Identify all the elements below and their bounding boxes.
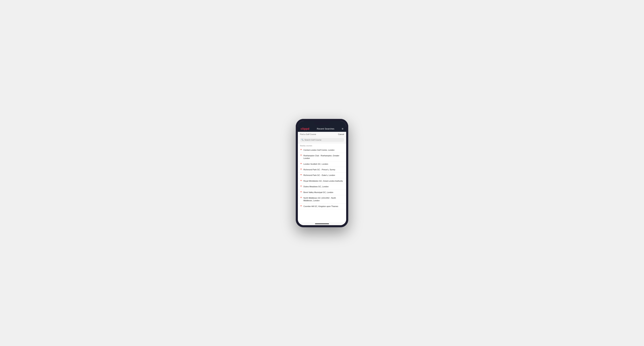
pin-icon: 📍 <box>300 197 302 199</box>
course-name: Coombe Hill GC, Kingston upon Thames <box>304 205 338 208</box>
pin-icon: 📍 <box>300 163 302 165</box>
pin-icon: 📍 <box>300 149 302 151</box>
pin-icon: 📍 <box>300 205 302 207</box>
app-header: clippd Recent Searches ≡ <box>298 126 346 132</box>
course-name: Royal Wimbledon GC, Great London Authori… <box>304 180 343 182</box>
pin-icon: 📍 <box>300 174 302 176</box>
list-item[interactable]: 📍 Royal Wimbledon GC, Great London Autho… <box>298 178 346 184</box>
status-bar <box>298 121 346 126</box>
find-bar: Find a Golf Course Cancel <box>298 132 346 137</box>
find-label: Find a Golf Course <box>300 133 316 135</box>
course-list: Nearby courses 📍 Central London Golf Cen… <box>298 143 346 222</box>
app-logo: clippd <box>301 127 310 130</box>
list-item[interactable]: 📍 Brent Valley Municipal GC, London <box>298 190 346 195</box>
pin-icon: 📍 <box>300 185 302 187</box>
course-name: Roehampton Club - Roehampton, Greater Lo… <box>304 154 344 160</box>
pin-icon: 📍 <box>300 180 302 182</box>
list-item[interactable]: 📍 Coombe Hill GC, Kingston upon Thames <box>298 204 346 209</box>
list-item[interactable]: 📍 London Scottish GC, London <box>298 161 346 167</box>
list-item[interactable]: 📍 Roehampton Club - Roehampton, Greater … <box>298 153 346 161</box>
nearby-section-header: Nearby courses <box>298 143 346 147</box>
list-item[interactable]: 📍 Dukes Meadows GC, London <box>298 184 346 189</box>
course-name: Richmond Park GC - Prince's, Surrey <box>304 168 335 171</box>
cancel-button[interactable]: Cancel <box>338 133 344 135</box>
course-name: Central London Golf Centre, London <box>304 149 334 152</box>
pin-icon: 📍 <box>300 191 302 193</box>
notch <box>314 122 330 125</box>
menu-icon[interactable]: ≡ <box>342 128 343 130</box>
search-container: 🔍 <box>298 137 346 143</box>
pin-icon: 📍 <box>300 155 302 157</box>
list-item[interactable]: 📍 North Middlesex GC (1011942 - North Mi… <box>298 195 346 204</box>
list-item[interactable]: 📍 Central London Golf Centre, London <box>298 147 346 153</box>
course-name: Richmond Park GC - Duke's, London <box>304 174 335 176</box>
home-indicator <box>298 222 346 225</box>
course-name: London Scottish GC, London <box>304 163 328 166</box>
phone-screen: clippd Recent Searches ≡ Find a Golf Cou… <box>298 121 346 225</box>
list-item[interactable]: 📍 Richmond Park GC - Prince's, Surrey <box>298 167 346 173</box>
list-item[interactable]: 📍 Richmond Park GC - Duke's, London <box>298 173 346 178</box>
course-name: Dukes Meadows GC, London <box>304 185 329 188</box>
phone-frame: clippd Recent Searches ≡ Find a Golf Cou… <box>296 119 348 227</box>
header-title: Recent Searches <box>317 128 334 130</box>
course-name: North Middlesex GC (1011942 - North Midd… <box>304 197 344 202</box>
home-bar <box>315 223 329 224</box>
pin-icon: 📍 <box>300 169 302 171</box>
search-icon: 🔍 <box>301 139 304 141</box>
search-input-wrapper[interactable]: 🔍 <box>300 138 344 142</box>
course-name: Brent Valley Municipal GC, London <box>304 191 333 194</box>
search-input[interactable] <box>304 139 343 141</box>
